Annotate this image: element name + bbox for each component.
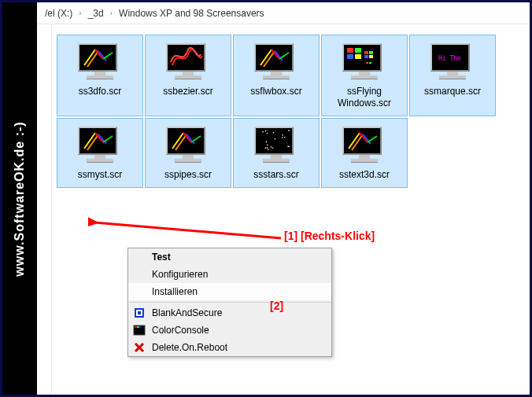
svg-rect-14 — [364, 51, 368, 54]
menu-label: Delete.On.Reboot — [152, 342, 227, 353]
file-explorer-window: /el (X:) › _3d › Windows XP and 98 Scree… — [37, 2, 530, 395]
delete-icon — [133, 341, 146, 354]
menu-label: Installieren — [152, 286, 198, 297]
screensaver-icon — [342, 43, 386, 81]
menu-label: Test — [152, 252, 171, 263]
shield-icon — [133, 307, 146, 319]
menu-label: Konfigurieren — [152, 269, 208, 280]
chevron-right-icon: › — [76, 9, 84, 17]
menu-separator — [129, 302, 331, 303]
svg-point-41 — [287, 145, 289, 147]
screensaver-icon — [254, 127, 298, 164]
file-label: ssmyst.scr — [59, 169, 141, 181]
svg-point-38 — [267, 147, 268, 149]
svg-point-44 — [284, 137, 286, 138]
breadcrumb-part[interactable]: Windows XP and 98 Screensavers — [116, 8, 268, 19]
menu-item-blank-and-secure[interactable]: BlankAndSecure — [128, 304, 331, 322]
menu-item-test[interactable]: Test — [128, 248, 331, 266]
svg-line-53 — [368, 136, 377, 142]
screensaver-icon — [78, 127, 122, 164]
screensaver-icon: Hi The — [430, 43, 475, 81]
watermark-sidebar: www.SoftwareOK.de :-) — [2, 2, 37, 395]
file-item[interactable]: ssFlying Windows.scr — [322, 35, 407, 116]
menu-label: BlankAndSecure — [152, 307, 222, 318]
file-item[interactable]: ssbezier.scr — [146, 35, 231, 116]
svg-point-37 — [282, 137, 283, 138]
svg-point-43 — [271, 146, 272, 148]
svg-rect-62 — [139, 326, 142, 328]
breadcrumb[interactable]: /el (X:) › _3d › Windows XP and 98 Scree… — [37, 2, 530, 24]
file-label: sspipes.scr — [147, 169, 229, 181]
svg-rect-10 — [347, 48, 353, 53]
breadcrumb-part[interactable]: _3d — [85, 8, 107, 19]
svg-line-9 — [279, 53, 289, 59]
file-item[interactable]: Hi The ssmarque.scr — [410, 35, 495, 116]
svg-point-45 — [272, 147, 274, 149]
screensaver-icon — [254, 43, 298, 81]
file-label: ssmarque.scr — [412, 86, 493, 97]
svg-rect-16 — [364, 55, 368, 58]
screensaver-icon — [166, 43, 210, 81]
file-label: sstext3d.scr — [323, 169, 405, 181]
svg-text:Hi The: Hi The — [438, 55, 461, 62]
svg-point-42 — [268, 149, 269, 150]
file-label: ssflwbox.scr — [235, 86, 317, 97]
svg-line-4 — [103, 53, 113, 59]
svg-point-46 — [262, 131, 264, 133]
file-label: ssstars.scr — [235, 169, 317, 181]
svg-rect-11 — [355, 48, 361, 53]
svg-rect-13 — [355, 54, 361, 59]
menu-item-delete-on-reboot[interactable]: Delete.On.Reboot — [128, 339, 331, 356]
file-label: ssbezier.scr — [147, 86, 229, 97]
svg-point-40 — [288, 130, 290, 131]
menu-label: ColorConsole — [152, 325, 209, 336]
svg-point-47 — [282, 134, 283, 136]
svg-rect-60 — [135, 326, 137, 328]
breadcrumb-part[interactable]: /el (X:) — [42, 8, 76, 19]
file-item[interactable]: ssmyst.scr — [57, 119, 142, 187]
svg-rect-17 — [369, 55, 373, 58]
screensaver-icon — [342, 127, 386, 164]
menu-item-color-console[interactable]: ColorConsole — [128, 322, 331, 339]
console-icon — [133, 324, 146, 336]
svg-point-36 — [265, 142, 267, 143]
svg-rect-12 — [347, 54, 353, 59]
file-item[interactable]: sspipes.scr — [146, 119, 231, 187]
context-menu: Test Konfigurieren Installieren BlankAnd… — [127, 248, 332, 357]
svg-rect-19 — [369, 62, 371, 64]
svg-line-30 — [191, 136, 201, 142]
watermark-text: www.SoftwareOK.de :-) — [13, 121, 27, 276]
file-item[interactable]: sstext3d.scr — [322, 119, 407, 187]
svg-rect-18 — [366, 62, 368, 64]
svg-point-35 — [267, 144, 268, 145]
file-label: ssFlying Windows.scr — [323, 86, 405, 109]
svg-point-31 — [265, 130, 267, 132]
svg-rect-61 — [137, 326, 139, 328]
file-item[interactable]: ss3dfo.scr — [57, 35, 142, 116]
svg-line-25 — [103, 136, 113, 142]
menu-item-install[interactable]: Installieren — [128, 283, 331, 300]
svg-point-48 — [264, 148, 266, 149]
file-item[interactable]: ssflwbox.scr — [234, 35, 319, 116]
screensaver-icon — [166, 127, 210, 164]
file-item[interactable]: ssstars.scr — [234, 119, 319, 187]
screensaver-icon — [78, 43, 122, 81]
svg-rect-58 — [138, 311, 141, 314]
svg-point-39 — [273, 132, 275, 134]
chevron-right-icon: › — [107, 9, 116, 17]
svg-point-34 — [267, 133, 268, 134]
svg-point-32 — [275, 138, 276, 140]
menu-item-configure[interactable]: Konfigurieren — [128, 266, 331, 283]
svg-rect-15 — [369, 51, 373, 54]
file-label: ss3dfo.scr — [59, 86, 141, 97]
pane-divider[interactable] — [51, 24, 52, 395]
